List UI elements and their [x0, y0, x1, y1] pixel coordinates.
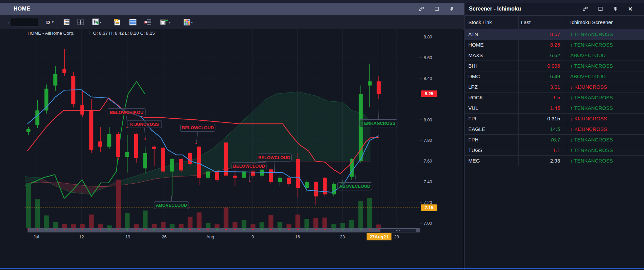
screener-row-tugs[interactable]: TUGS1.1↑ TENKANCROSS: [465, 145, 644, 156]
screener-row-home[interactable]: HOME8.25↑ TENKANCROSS: [465, 39, 644, 50]
pin-icon[interactable]: [449, 6, 454, 12]
screener-table-header: Stock Link Last Ichimoku Screener: [465, 15, 644, 29]
home-panel-title: HOME: [14, 6, 30, 12]
last-price: 1.1: [518, 145, 563, 155]
ichimoku-signal: ↓ KIJUNCROSS: [570, 113, 607, 124]
screener-row-meg[interactable]: MEG2.93↑ TENKANCROSS: [465, 155, 644, 166]
maximize-icon[interactable]: [434, 6, 439, 11]
last-price: 3.01: [518, 82, 563, 92]
watchlist-icon[interactable]: [62, 17, 71, 27]
delete-rows-icon[interactable]: ✕: [143, 17, 153, 27]
svg-text:7.40: 7.40: [423, 179, 432, 184]
chart-ohlc-values: O: 8.37 H: 8.42 L: 8.20 C: 8.25: [93, 31, 155, 36]
svg-text:9: 9: [251, 234, 254, 239]
symbol-input[interactable]: [11, 18, 38, 27]
screener-row-vul[interactable]: VUL1.45↑ TENKANCROSS: [465, 103, 644, 114]
svg-text:23: 23: [340, 234, 345, 239]
stock-link[interactable]: MAXS: [468, 50, 483, 61]
column-divider: [518, 145, 519, 155]
interval-dropdown[interactable]: D▼: [46, 15, 54, 29]
stock-link[interactable]: DMC: [468, 71, 480, 82]
svg-text:BELOWCLOUD: BELOWCLOUD: [258, 155, 290, 160]
window-top-strip: [0, 0, 644, 3]
stock-link[interactable]: FPH: [468, 134, 478, 145]
svg-text:7.15: 7.15: [425, 205, 433, 210]
column-divider: [518, 155, 519, 166]
column-divider: [518, 16, 519, 29]
column-divider: [518, 92, 519, 103]
column-divider: [567, 39, 567, 50]
close-icon[interactable]: ✕: [628, 6, 632, 12]
formula-icon[interactable]: fx▼: [92, 17, 101, 27]
save-icon[interactable]: ▼: [160, 17, 170, 27]
column-divider: [518, 124, 519, 134]
screener-row-fpi[interactable]: FPI0.315↓ KIJUNCROSS: [465, 113, 644, 124]
ichimoku-signal: ↓ KIJUNCROSS: [570, 124, 607, 134]
price-axis: 8.808.608.408.007.807.607.407.207.008.25…: [420, 29, 437, 232]
screener-caption-buttons: ✕: [582, 3, 632, 15]
svg-text:BELOWCHIKOU: BELOWCHIKOU: [110, 110, 143, 115]
maximize-icon[interactable]: [598, 6, 603, 11]
column-divider: [567, 92, 567, 103]
svg-text:KIJUNCROSS: KIJUNCROSS: [130, 122, 159, 127]
column-divider: [567, 50, 567, 61]
stock-link[interactable]: BHI: [468, 61, 477, 71]
price-chart-area[interactable]: BELOWCHIKOUKIJUNCROSSBELOWCLOUDBELOWCLOU…: [0, 29, 463, 270]
ichimoku-signal: ↑ TENKANCROSS: [570, 134, 613, 145]
stock-link[interactable]: ROCK: [468, 92, 483, 103]
ichimoku-cloud: [25, 92, 371, 195]
stock-link[interactable]: TUGS: [468, 145, 483, 155]
svg-text:ABOVECLOUD: ABOVECLOUD: [339, 184, 370, 189]
column-divider: [567, 124, 567, 134]
screener-row-fph[interactable]: FPH76.7↑ TENKANCROSS: [465, 134, 644, 145]
layers-icon[interactable]: [128, 17, 138, 27]
link-icon[interactable]: [582, 6, 588, 12]
svg-text:▼: ▼: [99, 21, 101, 24]
chart-symbol-title: HOME - AllHome Corp.: [28, 31, 74, 36]
screener-row-dmc[interactable]: DMC6.49ABOVECLOUD: [465, 71, 644, 82]
ichimoku-signal: ↑ TENKANCROSS: [570, 145, 613, 155]
screener-row-bhi[interactable]: BHI0.096↑ TENKANCROSS: [465, 61, 644, 71]
stock-link[interactable]: VUL: [468, 103, 478, 113]
column-divider: [518, 61, 519, 71]
parameters-icon[interactable]: ( ): [112, 17, 122, 27]
chart-scrollbar: [28, 228, 420, 232]
link-icon[interactable]: [419, 6, 424, 12]
svg-text:8.25: 8.25: [425, 91, 433, 96]
stock-link[interactable]: ATN: [468, 29, 478, 39]
stock-link[interactable]: LPZ: [468, 82, 478, 92]
stock-link[interactable]: EAGLE: [468, 124, 485, 134]
stock-link[interactable]: MEG: [468, 155, 480, 166]
toolbar-grip-icon[interactable]: ⋮⋮: [3, 15, 10, 29]
pin-icon[interactable]: [613, 6, 618, 12]
svg-text:BELOWCLOUD: BELOWCLOUD: [182, 125, 214, 130]
svg-text:TENKANCROSS: TENKANCROSS: [362, 121, 396, 126]
column-divider: [567, 103, 567, 113]
column-header-stock-link[interactable]: Stock Link: [468, 16, 492, 29]
screener-row-atn[interactable]: ATN0.57↑ TENKANCROSS: [465, 29, 644, 40]
column-divider: [567, 134, 567, 145]
screener-row-maxs[interactable]: MAXS6.62ABOVECLOUD: [465, 50, 644, 61]
screener-row-lpz[interactable]: LPZ3.01↓ KIJUNCROSS: [465, 82, 644, 92]
svg-text:19: 19: [125, 234, 130, 239]
column-divider: [567, 16, 567, 29]
candlestick-chart[interactable]: BELOWCHIKOUKIJUNCROSSBELOWCLOUDBELOWCLOU…: [0, 29, 463, 270]
crosshair-icon[interactable]: [76, 17, 85, 27]
ichimoku-signal: ABOVECLOUD: [570, 71, 606, 82]
stock-link[interactable]: FPI: [468, 113, 476, 124]
svg-text:29: 29: [394, 234, 399, 239]
column-header-ichimoku-screener[interactable]: Ichimoku Screener: [570, 16, 613, 29]
column-header-last[interactable]: Last: [521, 16, 530, 29]
stock-link[interactable]: HOME: [468, 39, 484, 50]
ichimoku-signal: ↑ TENKANCROSS: [570, 103, 613, 113]
column-divider: [567, 61, 567, 71]
screener-row-eagle[interactable]: EAGLE14.5↓ KIJUNCROSS: [465, 124, 644, 135]
svg-text:7.00: 7.00: [423, 221, 432, 226]
svg-text:ABOVECLOUD: ABOVECLOUD: [156, 203, 187, 208]
column-divider: [518, 39, 519, 50]
layout-grid-icon[interactable]: ▼: [184, 17, 193, 27]
column-divider: [518, 103, 519, 113]
screener-row-rock[interactable]: ROCK1.5↑ TENKANCROSS: [465, 92, 644, 103]
last-price: 6.62: [518, 50, 563, 61]
home-panel-titlebar[interactable]: HOME: [0, 3, 464, 15]
